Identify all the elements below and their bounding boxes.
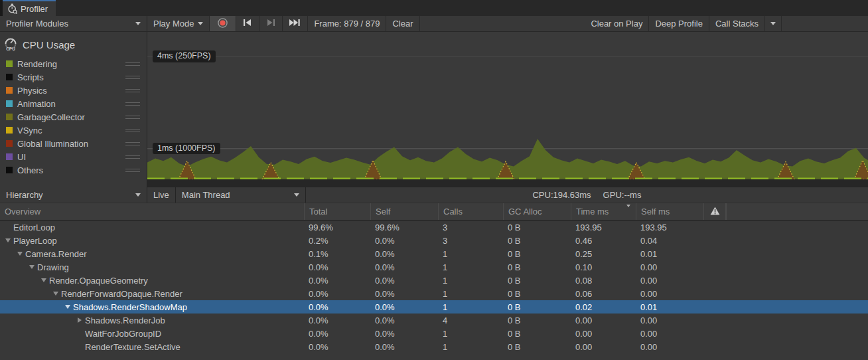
legend-item-animation[interactable]: Animation (0, 97, 147, 110)
sort-descending-icon (626, 205, 630, 207)
cell-total: 0.2% (304, 236, 370, 246)
legend-label: VSync (17, 126, 125, 135)
drag-handle-icon[interactable] (125, 62, 140, 66)
foldout-open-icon[interactable] (62, 305, 73, 309)
cell-self: 0.0% (370, 342, 438, 352)
legend-item-ui[interactable]: UI (0, 150, 147, 163)
profiler-modules-dropdown[interactable]: Profiler Modules (0, 16, 147, 31)
legend-item-vsync[interactable]: VSync (0, 124, 147, 137)
cell-calls: 1 (438, 302, 503, 312)
cell-self-ms: 0.00 (636, 289, 703, 299)
warning-triangle-icon (710, 207, 720, 217)
row-label: WaitForJobGroupID (85, 329, 161, 339)
call-stacks-button[interactable]: Call Stacks (709, 16, 765, 31)
cell-time-ms: 193.95 (571, 223, 636, 232)
column-header-self-ms[interactable]: Self ms (636, 203, 703, 220)
cell-self-ms: 0.00 (636, 276, 703, 286)
cell-total: 0.0% (304, 276, 370, 286)
tab-profiler[interactable]: Profiler (3, 0, 56, 16)
foldout-closed-icon[interactable] (74, 317, 85, 323)
cell-self: 0.0% (370, 249, 438, 259)
hierarchy-view-dropdown[interactable]: Hierarchy (0, 187, 147, 203)
clear-button[interactable]: Clear (386, 16, 419, 31)
cpu-gauge-icon: CPU (3, 37, 18, 53)
cell-calls: 1 (438, 289, 503, 299)
table-row[interactable]: RenderTexture.SetActive0.0%0.0%10 B0.000… (0, 340, 868, 353)
foldout-open-icon[interactable] (15, 252, 25, 256)
drag-handle-icon[interactable] (125, 102, 140, 106)
cpu-usage-chart[interactable]: 4ms (250FPS)1ms (1000FPS) (147, 32, 868, 187)
deep-profile-button[interactable]: Deep Profile (649, 16, 709, 31)
cell-self-ms: 0.00 (636, 342, 703, 352)
play-mode-dropdown[interactable]: Play Mode (147, 16, 210, 31)
cell-self-ms: 0.00 (636, 329, 703, 339)
legend-item-rendering[interactable]: Rendering (0, 57, 147, 70)
chart-bottom-strip (147, 179, 868, 187)
table-row[interactable]: PlayerLoop0.2%0.0%30 B0.460.04 (0, 234, 868, 247)
legend-item-scripts[interactable]: Scripts (0, 70, 147, 84)
table-row[interactable]: Render.OpaqueGeometry0.0%0.0%10 B0.080.0… (0, 274, 868, 287)
legend-color-swatch (6, 167, 13, 173)
cell-total: 0.0% (304, 289, 370, 299)
cell-self-ms: 0.01 (636, 249, 703, 259)
record-button[interactable] (210, 16, 236, 31)
next-frame-button[interactable] (259, 16, 283, 31)
drag-handle-icon[interactable] (125, 155, 140, 159)
current-frame-button[interactable] (283, 16, 308, 31)
legend-item-garbagecollector[interactable]: GarbageCollector (0, 110, 147, 124)
foldout-open-icon[interactable] (38, 278, 49, 282)
table-row[interactable]: EditorLoop99.6%99.6%30 B193.95193.95 (0, 221, 868, 234)
column-header-gc-alloc[interactable]: GC Alloc (503, 203, 571, 220)
column-header-overview[interactable]: Overview (0, 203, 304, 220)
foldout-open-icon[interactable] (27, 265, 37, 269)
first-frame-button[interactable] (236, 16, 259, 31)
thread-dropdown[interactable]: Main Thread (176, 187, 306, 203)
column-header-total[interactable]: Total (304, 203, 370, 220)
live-toggle-button[interactable]: Live (147, 187, 176, 203)
foldout-open-icon[interactable] (3, 238, 13, 242)
cell-calls: 1 (438, 329, 503, 339)
cell-calls: 1 (438, 276, 503, 286)
cell-self-ms: 0.00 (636, 315, 703, 325)
drag-handle-icon[interactable] (125, 169, 140, 172)
column-header-filler (726, 203, 868, 220)
column-header-warnings[interactable] (703, 203, 726, 220)
legend-label: GarbageCollector (17, 112, 125, 122)
row-label: PlayerLoop (13, 236, 57, 246)
drag-handle-icon[interactable] (125, 89, 140, 92)
drag-handle-icon[interactable] (125, 116, 140, 119)
record-icon (217, 17, 228, 31)
legend-label: Physics (17, 86, 125, 96)
table-row[interactable]: Camera.Render0.1%0.0%10 B0.250.01 (0, 247, 868, 260)
legend-item-global-illumination[interactable]: Global Illumination (0, 137, 147, 150)
column-header-self[interactable]: Self (370, 203, 438, 220)
legend-item-physics[interactable]: Physics (0, 84, 147, 97)
call-stacks-dropdown[interactable] (765, 16, 782, 31)
chevron-down-icon (198, 22, 203, 25)
legend-color-swatch (6, 87, 13, 94)
table-row[interactable]: Shadows.RenderShadowMap0.0%0.0%10 B0.020… (0, 300, 868, 314)
row-label: Camera.Render (25, 249, 87, 259)
drag-handle-icon[interactable] (125, 142, 140, 145)
table-row[interactable]: Drawing0.0%0.0%10 B0.100.00 (0, 260, 868, 274)
cell-gc-alloc: 0 B (503, 315, 571, 325)
table-row[interactable]: WaitForJobGroupID0.0%0.0%10 B0.000.00 (0, 327, 868, 340)
legend-color-swatch (6, 153, 13, 160)
cell-self-ms: 0.04 (636, 236, 703, 246)
row-label: Shadows.RenderShadowMap (73, 302, 187, 312)
legend-color-swatch (6, 60, 13, 67)
chart-plot-area[interactable] (147, 32, 868, 179)
row-label: Render.OpaqueGeometry (49, 276, 148, 286)
hierarchy-table-header: Overview Total Self Calls GC Alloc Time … (0, 203, 868, 221)
drag-handle-icon[interactable] (125, 129, 140, 132)
cpu-module-header[interactable]: CPU CPU Usage (0, 32, 147, 57)
column-header-calls[interactable]: Calls (438, 203, 503, 220)
foldout-open-icon[interactable] (50, 292, 61, 296)
legend-item-others[interactable]: Others (0, 163, 147, 177)
legend-label: Others (17, 165, 125, 175)
column-header-time-ms[interactable]: Time ms (571, 203, 636, 220)
table-row[interactable]: Shadows.RenderJob0.0%0.0%40 B0.000.00 (0, 314, 868, 327)
table-row[interactable]: RenderForwardOpaque.Render0.0%0.0%10 B0.… (0, 287, 868, 300)
drag-handle-icon[interactable] (125, 76, 140, 79)
clear-on-play-button[interactable]: Clear on Play (585, 16, 649, 31)
